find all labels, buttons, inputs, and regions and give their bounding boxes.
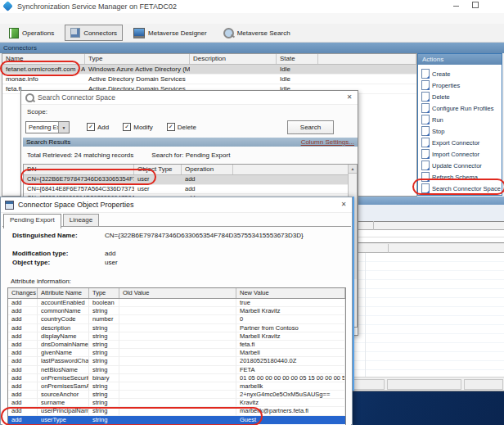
attribute-row[interactable]: add accountEnabled boolean true — [8, 299, 345, 307]
connector-row[interactable]: monae.info Active Directory Domain Servi… — [2, 75, 416, 84]
script-edit-icon — [421, 138, 430, 147]
maximize-button[interactable] — [468, 2, 483, 11]
column-header-name[interactable]: Name — [2, 54, 85, 64]
scope-label: Scope: — [27, 108, 47, 115]
new-value-cell: Guest — [236, 416, 345, 424]
changes-cell: add — [8, 341, 38, 349]
app-icon — [2, 1, 13, 11]
column-header-old-value[interactable]: Old Value — [119, 288, 236, 298]
actions-panel-header: Actions — [418, 54, 502, 65]
attribute-row[interactable]: add netBiosName string FETA — [8, 366, 345, 374]
action-item[interactable]: Search Connector Space — [418, 183, 502, 194]
checkbox-check-icon[interactable]: ✓ — [167, 123, 175, 131]
column-header-state[interactable]: State — [277, 54, 318, 64]
tab-lineage[interactable]: Lineage — [63, 214, 99, 226]
search-dialog-titlebar: Search Connector Space ✕ — [21, 91, 358, 105]
filter-checkbox[interactable]: ✓ Delete — [167, 123, 196, 131]
column-header-description[interactable]: Description — [190, 54, 277, 64]
type-cell: string — [89, 399, 119, 407]
attribute-row[interactable]: add userType string Guest — [8, 416, 345, 424]
tab-pending-export[interactable]: Pending Export — [3, 214, 61, 228]
type-cell: string — [89, 382, 119, 391]
metaverse-search-label: Metaverse Search — [237, 29, 290, 37]
column-header-operation[interactable]: Operation — [182, 165, 233, 174]
search-dialog-close-button[interactable]: ✕ — [344, 93, 355, 102]
new-value-cell: Marbell — [236, 349, 345, 357]
new-value-cell: marbellk@partners.feta.fi — [236, 407, 345, 415]
changes-cell: add — [8, 315, 38, 323]
dialog-accent-border — [353, 197, 354, 391]
connector-row[interactable]: fetanet.onmicrosoft.com - AAD Windows Az… — [2, 65, 416, 75]
action-item[interactable]: Update Connector — [418, 160, 502, 171]
action-item-label: Properties — [432, 82, 460, 89]
attribute-name-cell: description — [38, 324, 89, 332]
changes-cell: add — [8, 416, 38, 424]
changes-cell: add — [8, 366, 38, 374]
attribute-row[interactable]: add lastPasswordCha... string 2018052518… — [8, 357, 345, 365]
attribute-row[interactable]: add displayName string Marbell Kravitz — [8, 332, 345, 341]
attribute-row[interactable]: add countryCode number 0 — [8, 315, 345, 323]
column-header-changes[interactable]: Changes — [8, 288, 38, 298]
metaverse-search-button[interactable]: Metaverse Search — [218, 25, 296, 41]
attribute-name-cell: netBiosName — [38, 366, 89, 374]
old-value-cell — [119, 407, 236, 415]
attribute-row[interactable]: add surname string Kravitz — [8, 399, 345, 407]
type-cell: number — [89, 315, 119, 323]
action-item-label: Export Connector — [432, 139, 479, 147]
action-item[interactable]: Refresh Schema — [418, 171, 502, 183]
attribute-row[interactable]: add onPremiseSecurit... binary 01 05 00 … — [8, 374, 345, 382]
operations-button[interactable]: Operations — [3, 25, 60, 41]
chevron-down-icon[interactable]: ▼ — [58, 122, 69, 133]
column-header-dn[interactable]: DN — [24, 165, 134, 174]
attribute-row[interactable]: add onPremisesSamA... string marbellk — [8, 382, 345, 391]
column-header-type[interactable]: Type — [85, 54, 190, 64]
changes-cell: add — [8, 382, 38, 391]
attribute-row[interactable]: add userPrincipalName string marbellk@pa… — [8, 407, 345, 415]
action-item[interactable]: Configure Run Profiles — [418, 102, 502, 114]
column-header-attribute-name[interactable]: Attribute Name — [38, 288, 89, 298]
attribute-row[interactable]: add commonName string Marbell Kravitz — [8, 307, 345, 315]
old-value-cell — [119, 366, 236, 374]
properties-dialog-close-button[interactable]: ✕ — [338, 200, 349, 210]
checkbox-check-icon[interactable]: ✓ — [87, 123, 95, 131]
new-value-cell: 2+nyxG4mc0e5OxM5uSAUSg== — [236, 391, 345, 399]
connectors-button[interactable]: Connectors — [65, 25, 123, 41]
search-result-row[interactable]: CN={68414E8F6E757A564C336D73738238472...… — [24, 185, 357, 195]
action-item[interactable]: Delete — [418, 91, 502, 102]
filter-checkbox[interactable]: ✓ Add — [87, 123, 109, 131]
action-item[interactable]: Create — [418, 68, 502, 79]
attribute-row[interactable]: add givenName string Marbell — [8, 349, 345, 357]
changes-cell: add — [8, 332, 38, 341]
attribute-row[interactable]: add sourceAnchor string 2+nyxG4mc0e5OxM5… — [8, 391, 345, 399]
old-value-cell — [119, 307, 236, 315]
properties-dialog-titlebar: Connector Space Object Properties ✕ — [1, 197, 352, 213]
old-value-cell — [119, 341, 236, 349]
action-item[interactable]: Import Connector — [418, 148, 502, 160]
attribute-row[interactable]: add description string Partner from Cont… — [8, 324, 345, 332]
action-item[interactable]: Run — [418, 114, 502, 125]
checkbox-label: Add — [97, 124, 109, 131]
scope-dropdown[interactable]: Pending Export ▼ — [25, 121, 70, 133]
minimize-button[interactable] — [448, 2, 463, 11]
old-value-cell — [119, 416, 236, 424]
checkbox-check-icon[interactable]: ✓ — [123, 123, 131, 131]
filter-checkbox[interactable]: ✓ Modify — [123, 123, 153, 131]
metaverse-designer-button[interactable]: Metaverse Designer — [128, 25, 213, 41]
column-settings-link[interactable]: Column Settings... — [301, 138, 354, 146]
column-header-type[interactable]: Type — [89, 288, 119, 298]
attribute-name-cell: accountEnabled — [38, 299, 89, 307]
scroll-up-icon[interactable]: ▲ — [349, 165, 357, 174]
action-item[interactable]: Stop — [418, 125, 502, 137]
new-value-cell: 20180525180440.0Z — [236, 357, 345, 365]
column-header-object-type[interactable]: Object Type — [134, 165, 182, 174]
type-cell: string — [89, 307, 119, 315]
action-item[interactable]: Properties — [418, 79, 502, 91]
distinguished-name-value: CN={322B6E797847346D633065354F784D357553… — [105, 232, 304, 239]
action-item-label: Run — [432, 116, 443, 124]
action-item[interactable]: Export Connector — [418, 137, 502, 148]
search-button[interactable]: Search — [287, 120, 334, 134]
search-result-row[interactable]: CN={322B6E797847346D633065354F784D3575..… — [24, 175, 357, 185]
attribute-row[interactable]: add dnsDomainName string feta.fi — [8, 341, 345, 349]
column-header-new-value[interactable]: New Value — [236, 288, 345, 298]
connector-type-cell: Active Directory Domain Services — [85, 75, 190, 84]
